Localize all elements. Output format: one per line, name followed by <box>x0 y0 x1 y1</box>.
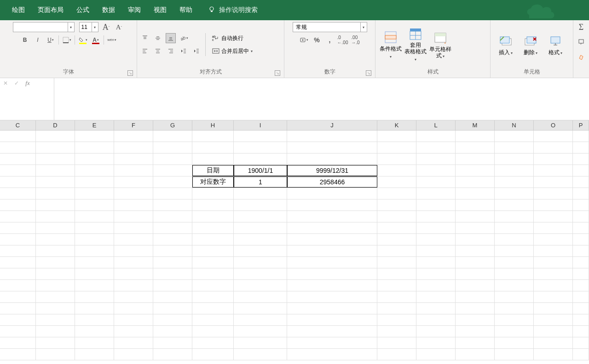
cell[interactable] <box>287 222 377 233</box>
conditional-formatting-button[interactable]: 条件格式 <box>378 25 403 64</box>
cell[interactable] <box>114 165 153 176</box>
cell[interactable] <box>153 188 192 199</box>
cell[interactable] <box>153 199 192 210</box>
cell[interactable] <box>377 154 416 165</box>
cell[interactable] <box>153 303 192 314</box>
cell[interactable] <box>75 211 114 222</box>
cell[interactable] <box>75 188 114 199</box>
wrap-text-button[interactable]: abc 自动换行 <box>209 33 255 43</box>
cell[interactable] <box>114 245 153 256</box>
tab-page-layout[interactable]: 页面布局 <box>31 6 70 14</box>
column-header-G[interactable]: G <box>153 120 192 130</box>
cell[interactable] <box>377 234 416 245</box>
cell[interactable] <box>287 245 377 256</box>
cell[interactable] <box>573 349 589 360</box>
cell[interactable] <box>36 303 75 314</box>
cell[interactable] <box>153 131 192 142</box>
cell[interactable] <box>75 291 114 302</box>
cell[interactable] <box>153 211 192 222</box>
clear-button[interactable] <box>576 51 586 62</box>
cell[interactable] <box>456 326 495 337</box>
cell[interactable] <box>377 211 416 222</box>
cell[interactable] <box>377 280 416 291</box>
cell[interactable] <box>495 131 534 142</box>
cell[interactable] <box>416 280 456 291</box>
cell[interactable] <box>456 280 495 291</box>
cell[interactable] <box>573 337 589 348</box>
cell[interactable] <box>192 280 234 291</box>
cell[interactable] <box>192 349 234 360</box>
cell[interactable] <box>192 131 234 142</box>
format-cells-button[interactable]: 格式 <box>543 25 568 64</box>
cell[interactable] <box>573 257 589 268</box>
cell[interactable] <box>377 245 416 256</box>
cell[interactable] <box>287 337 377 348</box>
column-header-H[interactable]: H <box>192 120 234 130</box>
cell[interactable] <box>416 188 456 199</box>
cell[interactable] <box>153 326 192 337</box>
cell[interactable] <box>192 268 234 279</box>
cell[interactable]: 1 <box>234 176 287 188</box>
cell[interactable] <box>377 165 416 176</box>
cell[interactable] <box>534 326 573 337</box>
increase-decimal-button[interactable]: .0←.00 <box>338 35 348 45</box>
cell[interactable] <box>114 154 153 165</box>
cell[interactable] <box>495 188 534 199</box>
cell[interactable] <box>416 326 456 337</box>
cell[interactable] <box>234 154 287 165</box>
cell[interactable] <box>416 245 456 256</box>
cell[interactable] <box>0 176 36 188</box>
cell[interactable] <box>377 142 416 153</box>
cell[interactable] <box>456 211 495 222</box>
cell[interactable] <box>287 199 377 210</box>
cell[interactable] <box>495 349 534 360</box>
cell[interactable] <box>114 131 153 142</box>
format-as-table-button[interactable]: 套用 表格格式 <box>403 25 428 64</box>
cell[interactable] <box>192 326 234 337</box>
cell[interactable] <box>153 165 192 176</box>
cell[interactable] <box>377 314 416 325</box>
cell[interactable] <box>573 211 589 222</box>
cell[interactable] <box>287 280 377 291</box>
cell[interactable] <box>495 245 534 256</box>
column-header-L[interactable]: L <box>416 120 456 130</box>
column-header-M[interactable]: M <box>456 120 495 130</box>
number-format-combo[interactable]: 常规 ▾ <box>293 22 367 32</box>
decrease-indent-button[interactable] <box>179 46 189 56</box>
cell[interactable] <box>153 314 192 325</box>
cell[interactable] <box>416 234 456 245</box>
cell[interactable] <box>234 337 287 348</box>
cell[interactable] <box>0 222 36 233</box>
cell[interactable] <box>36 337 75 348</box>
cell[interactable] <box>36 188 75 199</box>
cell[interactable] <box>534 280 573 291</box>
column-header-P[interactable]: P <box>573 120 589 130</box>
cell[interactable] <box>495 280 534 291</box>
font-name-dropdown-icon[interactable]: ▾ <box>68 23 74 32</box>
number-dialog-launcher[interactable]: ↘ <box>366 70 371 76</box>
cell[interactable] <box>573 234 589 245</box>
cell[interactable] <box>153 280 192 291</box>
cell[interactable] <box>456 188 495 199</box>
cell[interactable] <box>75 131 114 142</box>
cell[interactable] <box>36 142 75 153</box>
cell[interactable] <box>456 165 495 176</box>
cell[interactable] <box>75 314 114 325</box>
cell[interactable] <box>36 131 75 142</box>
cell[interactable] <box>192 337 234 348</box>
cell[interactable] <box>234 199 287 210</box>
cell[interactable] <box>456 337 495 348</box>
cell[interactable] <box>192 142 234 153</box>
decrease-decimal-button[interactable]: .00→.0 <box>351 35 361 45</box>
cell[interactable] <box>0 154 36 165</box>
cell[interactable] <box>287 131 377 142</box>
column-header-N[interactable]: N <box>495 120 534 130</box>
cell[interactable] <box>114 142 153 153</box>
cell[interactable] <box>234 314 287 325</box>
cell[interactable] <box>534 257 573 268</box>
align-right-button[interactable] <box>166 46 176 56</box>
cell[interactable] <box>192 291 234 302</box>
cell[interactable] <box>534 234 573 245</box>
cell[interactable] <box>495 257 534 268</box>
cell[interactable] <box>36 349 75 360</box>
